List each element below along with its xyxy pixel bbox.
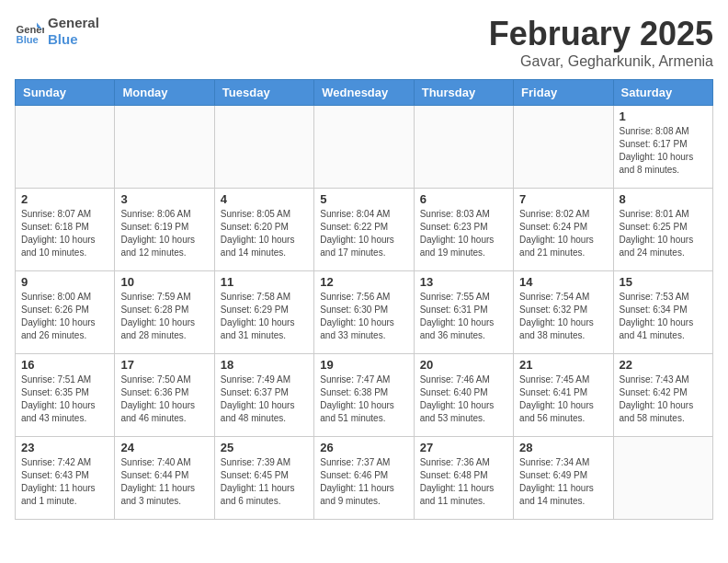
day-number: 5 [320, 192, 407, 206]
day-number: 8 [620, 192, 707, 206]
calendar-week-3: 16Sunrise: 7:51 AM Sunset: 6:35 PM Dayli… [16, 354, 713, 437]
calendar-cell [16, 106, 115, 189]
day-info: Sunrise: 7:59 AM Sunset: 6:28 PM Dayligh… [120, 291, 208, 342]
day-info: Sunrise: 8:08 AM Sunset: 6:17 PM Dayligh… [620, 125, 707, 177]
day-info: Sunrise: 8:07 AM Sunset: 6:18 PM Dayligh… [21, 208, 108, 259]
calendar-cell [613, 437, 712, 520]
calendar-cell: 5Sunrise: 8:04 AM Sunset: 6:22 PM Daylig… [314, 189, 414, 271]
calendar-cell: 21Sunrise: 7:45 AM Sunset: 6:41 PM Dayli… [514, 354, 613, 437]
day-info: Sunrise: 7:39 AM Sunset: 6:45 PM Dayligh… [221, 456, 308, 508]
day-info: Sunrise: 7:37 AM Sunset: 6:46 PM Dayligh… [320, 456, 407, 508]
calendar-cell [414, 106, 513, 189]
day-number: 9 [21, 275, 108, 289]
day-info: Sunrise: 7:49 AM Sunset: 6:37 PM Dayligh… [221, 373, 308, 425]
header-saturday: Saturday [613, 80, 712, 106]
calendar-week-4: 23Sunrise: 7:42 AM Sunset: 6:43 PM Dayli… [16, 437, 713, 520]
calendar-cell: 9Sunrise: 8:00 AM Sunset: 6:26 PM Daylig… [16, 271, 115, 354]
header-monday: Monday [115, 80, 214, 106]
day-info: Sunrise: 8:01 AM Sunset: 6:25 PM Dayligh… [620, 208, 707, 259]
calendar-cell: 20Sunrise: 7:46 AM Sunset: 6:40 PM Dayli… [414, 354, 513, 437]
day-info: Sunrise: 7:45 AM Sunset: 6:41 PM Dayligh… [519, 373, 607, 425]
day-info: Sunrise: 8:05 AM Sunset: 6:20 PM Dayligh… [221, 208, 308, 259]
day-info: Sunrise: 7:51 AM Sunset: 6:35 PM Dayligh… [21, 373, 108, 425]
day-info: Sunrise: 7:55 AM Sunset: 6:31 PM Dayligh… [420, 291, 507, 342]
day-number: 7 [519, 192, 607, 206]
calendar-cell: 13Sunrise: 7:55 AM Sunset: 6:31 PM Dayli… [414, 271, 513, 354]
location: Gavar, Gegharkunik, Armenia [489, 53, 713, 70]
calendar-cell [314, 106, 414, 189]
calendar-cell: 22Sunrise: 7:43 AM Sunset: 6:42 PM Dayli… [613, 354, 712, 437]
header-thursday: Thursday [414, 80, 513, 106]
calendar-cell: 27Sunrise: 7:36 AM Sunset: 6:48 PM Dayli… [414, 437, 513, 520]
day-number: 3 [120, 192, 208, 206]
day-number: 27 [420, 441, 507, 454]
day-number: 21 [519, 358, 607, 372]
day-number: 17 [120, 358, 208, 372]
svg-text:Blue: Blue [17, 34, 39, 45]
day-info: Sunrise: 7:58 AM Sunset: 6:29 PM Dayligh… [221, 291, 308, 342]
weekday-header-row: Sunday Monday Tuesday Wednesday Thursday… [16, 80, 713, 106]
calendar-cell [514, 106, 613, 189]
header-sunday: Sunday [16, 80, 115, 106]
day-info: Sunrise: 7:50 AM Sunset: 6:36 PM Dayligh… [120, 373, 208, 425]
month-title: February 2025 [489, 15, 713, 53]
day-info: Sunrise: 7:40 AM Sunset: 6:44 PM Dayligh… [120, 456, 208, 508]
logo-icon: General Blue [15, 17, 44, 46]
calendar-cell: 25Sunrise: 7:39 AM Sunset: 6:45 PM Dayli… [214, 437, 313, 520]
title-block: February 2025 Gavar, Gegharkunik, Armeni… [489, 15, 713, 70]
calendar-cell: 15Sunrise: 7:53 AM Sunset: 6:34 PM Dayli… [613, 271, 712, 354]
day-info: Sunrise: 7:42 AM Sunset: 6:43 PM Dayligh… [21, 456, 108, 508]
calendar-cell: 6Sunrise: 8:03 AM Sunset: 6:23 PM Daylig… [414, 189, 513, 271]
logo-blue: Blue [48, 31, 99, 48]
calendar-cell [214, 106, 313, 189]
calendar-cell: 28Sunrise: 7:34 AM Sunset: 6:49 PM Dayli… [514, 437, 613, 520]
calendar-cell: 18Sunrise: 7:49 AM Sunset: 6:37 PM Dayli… [214, 354, 313, 437]
day-info: Sunrise: 8:06 AM Sunset: 6:19 PM Dayligh… [120, 208, 208, 259]
day-number: 15 [620, 275, 707, 289]
day-info: Sunrise: 7:56 AM Sunset: 6:30 PM Dayligh… [320, 291, 407, 342]
day-number: 6 [420, 192, 507, 206]
calendar-cell: 23Sunrise: 7:42 AM Sunset: 6:43 PM Dayli… [16, 437, 115, 520]
day-number: 24 [120, 441, 208, 454]
logo-general: General [48, 15, 99, 31]
header-wednesday: Wednesday [314, 80, 414, 106]
day-number: 2 [21, 192, 108, 206]
day-info: Sunrise: 7:34 AM Sunset: 6:49 PM Dayligh… [519, 456, 607, 508]
day-info: Sunrise: 8:04 AM Sunset: 6:22 PM Dayligh… [320, 208, 407, 259]
calendar-cell: 4Sunrise: 8:05 AM Sunset: 6:20 PM Daylig… [214, 189, 313, 271]
calendar-cell: 7Sunrise: 8:02 AM Sunset: 6:24 PM Daylig… [514, 189, 613, 271]
day-number: 13 [420, 275, 507, 289]
main-container: General Blue General Blue February 2025 … [0, 0, 728, 529]
day-number: 20 [420, 358, 507, 372]
logo: General Blue General Blue [15, 15, 99, 48]
calendar-cell: 3Sunrise: 8:06 AM Sunset: 6:19 PM Daylig… [115, 189, 214, 271]
day-info: Sunrise: 7:54 AM Sunset: 6:32 PM Dayligh… [519, 291, 607, 342]
day-number: 1 [620, 109, 707, 123]
day-info: Sunrise: 7:36 AM Sunset: 6:48 PM Dayligh… [420, 456, 507, 508]
calendar-cell: 12Sunrise: 7:56 AM Sunset: 6:30 PM Dayli… [314, 271, 414, 354]
svg-text:General: General [17, 24, 44, 35]
calendar-cell [115, 106, 214, 189]
day-number: 19 [320, 358, 407, 372]
header-tuesday: Tuesday [214, 80, 313, 106]
day-info: Sunrise: 7:53 AM Sunset: 6:34 PM Dayligh… [620, 291, 707, 342]
calendar-cell: 10Sunrise: 7:59 AM Sunset: 6:28 PM Dayli… [115, 271, 214, 354]
calendar-cell: 19Sunrise: 7:47 AM Sunset: 6:38 PM Dayli… [314, 354, 414, 437]
calendar-week-1: 2Sunrise: 8:07 AM Sunset: 6:18 PM Daylig… [16, 189, 713, 271]
day-number: 22 [620, 358, 707, 372]
calendar-cell: 14Sunrise: 7:54 AM Sunset: 6:32 PM Dayli… [514, 271, 613, 354]
calendar-cell: 1Sunrise: 8:08 AM Sunset: 6:17 PM Daylig… [613, 106, 712, 189]
day-number: 25 [221, 441, 308, 454]
day-info: Sunrise: 7:46 AM Sunset: 6:40 PM Dayligh… [420, 373, 507, 425]
header-friday: Friday [514, 80, 613, 106]
calendar-cell: 24Sunrise: 7:40 AM Sunset: 6:44 PM Dayli… [115, 437, 214, 520]
day-number: 23 [21, 441, 108, 454]
day-info: Sunrise: 7:47 AM Sunset: 6:38 PM Dayligh… [320, 373, 407, 425]
calendar-table: Sunday Monday Tuesday Wednesday Thursday… [15, 79, 713, 520]
day-number: 10 [120, 275, 208, 289]
day-number: 18 [221, 358, 308, 372]
day-number: 14 [519, 275, 607, 289]
day-info: Sunrise: 8:03 AM Sunset: 6:23 PM Dayligh… [420, 208, 507, 259]
calendar-cell: 2Sunrise: 8:07 AM Sunset: 6:18 PM Daylig… [16, 189, 115, 271]
calendar-week-0: 1Sunrise: 8:08 AM Sunset: 6:17 PM Daylig… [16, 106, 713, 189]
